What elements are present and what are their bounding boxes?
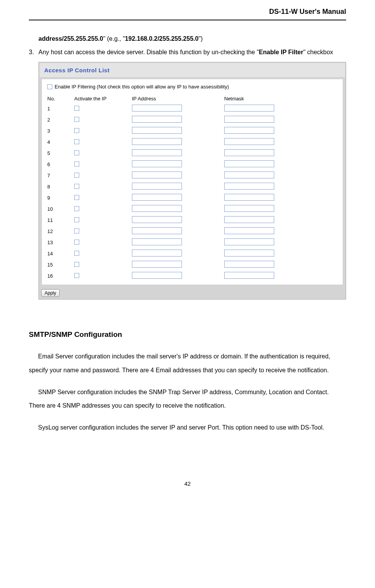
ip-address-input[interactable]: [132, 116, 182, 123]
row-no: 11: [45, 215, 72, 226]
ip-address-input[interactable]: [132, 227, 182, 234]
ip-address-input[interactable]: [132, 216, 182, 223]
row-no: 8: [45, 181, 72, 192]
ip-address-input[interactable]: [132, 172, 182, 178]
manual-title: DS-11-W User's Manual: [269, 8, 346, 15]
netmask-input[interactable]: [224, 138, 274, 145]
netmask-input[interactable]: [224, 149, 274, 156]
row-activate-cell: [72, 103, 130, 114]
ip-address-input[interactable]: [132, 149, 182, 156]
row-no: 14: [45, 248, 72, 259]
activate-checkbox[interactable]: [74, 128, 79, 133]
activate-checkbox[interactable]: [74, 117, 79, 122]
netmask-input[interactable]: [224, 172, 274, 178]
col-activate-header: Activate the IP: [72, 94, 130, 103]
activate-checkbox[interactable]: [74, 251, 79, 256]
activate-checkbox[interactable]: [74, 273, 79, 278]
enable-filtering-label: Enable IP Filtering (Not check this opti…: [55, 84, 229, 90]
table-row: 4: [45, 137, 340, 148]
paragraph-syslog: SysLog server configuration includes the…: [29, 421, 346, 434]
row-activate-cell: [72, 237, 130, 248]
netmask-input[interactable]: [224, 227, 274, 234]
row-ip-cell: [130, 248, 222, 259]
list-text-1: Any host can access the device server. D…: [38, 49, 259, 55]
netmask-input[interactable]: [224, 183, 274, 190]
row-ip-cell: [130, 270, 222, 282]
row-activate-cell: [72, 215, 130, 226]
ip-address-input[interactable]: [132, 238, 182, 245]
ip-filter-table: No. Activate the IP IP Address Netmask 1…: [45, 94, 340, 282]
row-activate-cell: [72, 259, 130, 270]
row-activate-cell: [72, 170, 130, 181]
continuation-line: address/255.255.255.0" (e.g., "192.168.0…: [38, 32, 346, 45]
ip-address-input[interactable]: [132, 261, 182, 268]
table-row: 3: [45, 125, 340, 137]
col-netmask-header: Netmask: [222, 94, 340, 103]
list-text-2: " checkbox: [303, 49, 333, 55]
activate-checkbox[interactable]: [74, 173, 79, 178]
netmask-input[interactable]: [224, 261, 274, 268]
netmask-input[interactable]: [224, 116, 274, 123]
ip-address-input[interactable]: [132, 160, 182, 167]
row-ip-cell: [130, 237, 222, 248]
activate-checkbox[interactable]: [74, 106, 79, 111]
activate-checkbox[interactable]: [74, 217, 79, 222]
netmask-input[interactable]: [224, 205, 274, 212]
ip-address-input[interactable]: [132, 194, 182, 201]
ip-address-input[interactable]: [132, 272, 182, 279]
row-activate-cell: [72, 226, 130, 237]
table-row: 12: [45, 226, 340, 237]
row-no: 13: [45, 237, 72, 248]
table-row: 1: [45, 103, 340, 114]
table-row: 7: [45, 170, 340, 181]
row-ip-cell: [130, 226, 222, 237]
netmask-input[interactable]: [224, 238, 274, 245]
row-no: 5: [45, 148, 72, 159]
apply-button[interactable]: Apply: [41, 289, 60, 297]
row-netmask-cell: [222, 159, 340, 170]
activate-checkbox[interactable]: [74, 184, 79, 189]
activate-checkbox[interactable]: [74, 195, 79, 200]
access-ip-control-list-panel: Access IP Control List Enable IP Filteri…: [38, 62, 346, 300]
row-ip-cell: [130, 148, 222, 159]
ip-address-input[interactable]: [132, 205, 182, 212]
row-netmask-cell: [222, 248, 340, 259]
netmask-input[interactable]: [224, 160, 274, 167]
table-row: 14: [45, 248, 340, 259]
row-netmask-cell: [222, 237, 340, 248]
netmask-input[interactable]: [224, 127, 274, 134]
netmask-input[interactable]: [224, 272, 274, 279]
netmask-input[interactable]: [224, 250, 274, 257]
ip-address-input[interactable]: [132, 105, 182, 112]
example-bold: 192.168.0.2/255.255.255.0: [125, 35, 198, 42]
enable-filtering-checkbox[interactable]: [47, 84, 52, 89]
ip-address-input[interactable]: [132, 183, 182, 190]
activate-checkbox[interactable]: [74, 240, 79, 245]
activate-checkbox[interactable]: [74, 150, 79, 155]
row-activate-cell: [72, 125, 130, 137]
table-row: 13: [45, 237, 340, 248]
activate-checkbox[interactable]: [74, 139, 79, 144]
panel-body: Enable IP Filtering (Not check this opti…: [42, 79, 343, 285]
netmask-input[interactable]: [224, 216, 274, 223]
netmask-input[interactable]: [224, 105, 274, 112]
row-netmask-cell: [222, 215, 340, 226]
row-activate-cell: [72, 137, 130, 148]
activate-checkbox[interactable]: [74, 206, 79, 211]
activate-checkbox[interactable]: [74, 262, 79, 267]
apply-row: Apply: [40, 287, 345, 298]
row-ip-cell: [130, 192, 222, 203]
activate-checkbox[interactable]: [74, 228, 79, 233]
ip-address-input[interactable]: [132, 127, 182, 134]
ip-address-input[interactable]: [132, 138, 182, 145]
row-ip-cell: [130, 159, 222, 170]
row-no: 1: [45, 103, 72, 114]
row-no: 3: [45, 125, 72, 137]
ip-address-input[interactable]: [132, 250, 182, 257]
row-activate-cell: [72, 114, 130, 125]
netmask-input[interactable]: [224, 194, 274, 201]
row-ip-cell: [130, 125, 222, 137]
activate-checkbox[interactable]: [74, 162, 79, 167]
row-no: 12: [45, 226, 72, 237]
address-mask-bold: address/255.255.255.0: [38, 35, 103, 42]
